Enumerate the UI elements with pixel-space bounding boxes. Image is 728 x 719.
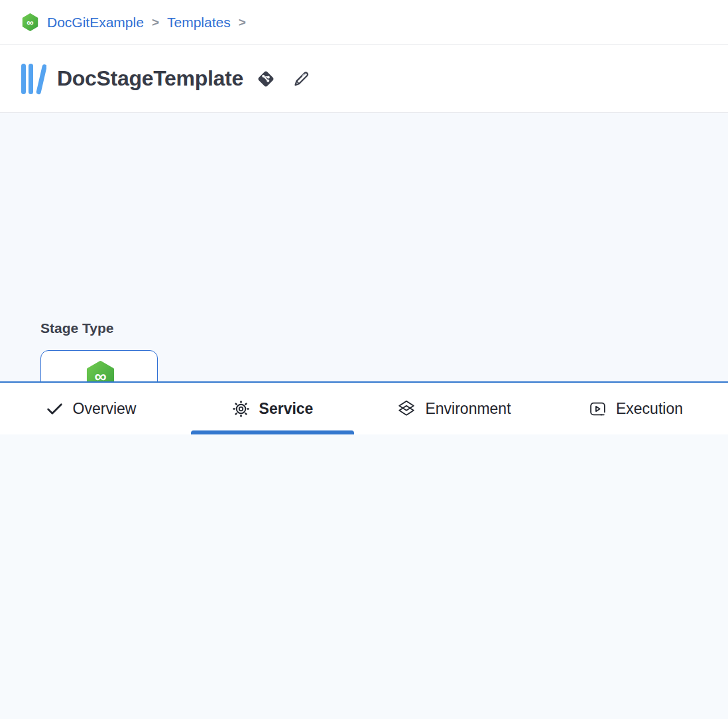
gear-icon xyxy=(232,400,250,418)
tab-execution[interactable]: Execution xyxy=(545,383,727,434)
layers-icon xyxy=(397,399,416,418)
breadcrumb-separator: > xyxy=(239,15,246,30)
stage-tabs: Overview Service xyxy=(0,381,728,434)
stage-type-label: Stage Type xyxy=(40,320,113,336)
git-sync-icon[interactable] xyxy=(255,68,276,90)
breadcrumb-separator: > xyxy=(152,15,159,30)
service-tab-panel: Select Service - Select Service - xyxy=(0,434,728,719)
page-title: DocStageTemplate xyxy=(57,66,243,91)
check-icon xyxy=(46,400,64,418)
infinity-glyph: ∞ xyxy=(27,17,33,28)
template-library-icon xyxy=(20,62,46,96)
breadcrumb-templates-link[interactable]: Templates xyxy=(167,15,231,31)
stage-type-section: Stage Type ∞ </> xyxy=(0,113,728,381)
tab-service-label: Service xyxy=(259,400,314,418)
title-bar: DocStageTemplate xyxy=(0,45,728,113)
edit-icon[interactable] xyxy=(291,69,311,89)
harness-ci-logo-icon: ∞ xyxy=(21,13,39,32)
breadcrumb: ∞ DocGitExample > Templates > xyxy=(0,0,728,45)
tab-service[interactable]: Service xyxy=(182,383,363,434)
tab-environment-label: Environment xyxy=(425,400,511,418)
tab-execution-label: Execution xyxy=(616,400,683,418)
tab-overview[interactable]: Overview xyxy=(0,383,182,434)
execution-play-icon xyxy=(589,400,607,418)
tab-environment[interactable]: Environment xyxy=(363,383,545,434)
breadcrumb-project-link[interactable]: DocGitExample xyxy=(47,15,144,31)
tab-overview-label: Overview xyxy=(73,400,137,418)
